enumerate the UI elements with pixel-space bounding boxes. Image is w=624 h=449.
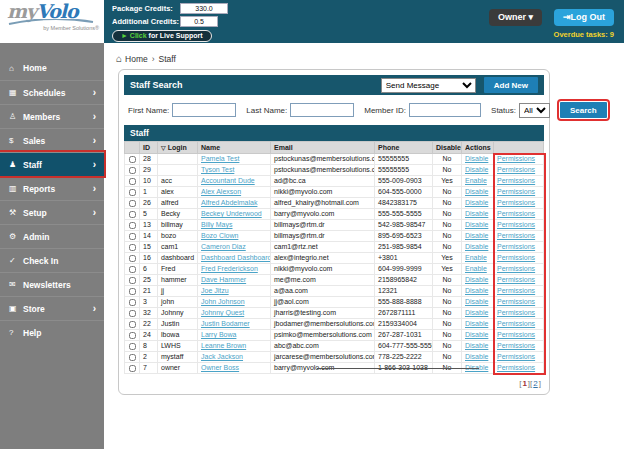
row-checkbox[interactable] — [129, 211, 136, 218]
disable-link[interactable]: Disable — [465, 287, 488, 294]
permissions-link[interactable]: Permissions — [497, 155, 535, 162]
permissions-link[interactable]: Permissions — [497, 309, 535, 316]
sidebar-item-sales[interactable]: $Sales› — [0, 128, 104, 152]
row-checkbox[interactable] — [129, 288, 136, 295]
permissions-link[interactable]: Permissions — [497, 210, 535, 217]
staff-name-link[interactable]: Owner Boss — [201, 364, 239, 371]
search-button[interactable]: Search — [560, 102, 607, 118]
disable-link[interactable]: Disable — [465, 331, 488, 338]
permissions-link[interactable]: Permissions — [497, 166, 535, 173]
sidebar-item-home[interactable]: ⌂Home — [0, 56, 104, 80]
permissions-link[interactable]: Permissions — [497, 177, 535, 184]
row-checkbox[interactable] — [129, 189, 136, 196]
disable-link[interactable]: Disable — [465, 210, 488, 217]
row-checkbox[interactable] — [129, 156, 136, 163]
staff-name-link[interactable]: Larry Bowa — [201, 331, 236, 338]
disable-link[interactable]: Disable — [465, 298, 488, 305]
live-support-button[interactable]: ► Click for Live Support — [112, 30, 212, 42]
row-checkbox[interactable] — [129, 222, 136, 229]
enable-link[interactable]: Enable — [465, 254, 487, 261]
permissions-link[interactable]: Permissions — [497, 265, 535, 272]
disable-link[interactable]: Disable — [465, 320, 488, 327]
staff-name-link[interactable]: Alfred Abdelmalak — [201, 199, 257, 206]
enable-link[interactable]: Enable — [465, 265, 487, 272]
row-checkbox[interactable] — [129, 365, 136, 372]
disable-link[interactable]: Disable — [465, 199, 488, 206]
user-menu-button[interactable]: Owner ▾ — [489, 9, 542, 26]
row-checkbox[interactable] — [129, 266, 136, 273]
permissions-link[interactable]: Permissions — [497, 276, 535, 283]
disable-link[interactable]: Disable — [465, 221, 488, 228]
row-checkbox[interactable] — [129, 244, 136, 251]
row-checkbox[interactable] — [129, 299, 136, 306]
staff-name-link[interactable]: Justin Bodamer — [201, 320, 250, 327]
sidebar-item-help[interactable]: ?Help — [0, 320, 104, 344]
sort-desc-icon[interactable]: ▽ — [161, 145, 166, 151]
staff-name-link[interactable]: Pamela Test — [201, 155, 239, 162]
permissions-link[interactable]: Permissions — [497, 199, 535, 206]
staff-name-link[interactable]: Jack Jackson — [201, 353, 243, 360]
column-header-disabled[interactable]: Disabled — [433, 142, 462, 154]
row-checkbox[interactable] — [129, 310, 136, 317]
row-checkbox[interactable] — [129, 233, 136, 240]
breadcrumb-home[interactable]: Home — [125, 54, 148, 64]
permissions-link[interactable]: Permissions — [497, 188, 535, 195]
row-checkbox[interactable] — [129, 277, 136, 284]
permissions-link[interactable]: Permissions — [497, 320, 535, 327]
staff-name-link[interactable]: John Johnson — [201, 298, 245, 305]
permissions-link[interactable]: Permissions — [497, 331, 535, 338]
disable-link[interactable]: Disable — [465, 309, 488, 316]
disable-link[interactable]: Disable — [465, 342, 488, 349]
row-checkbox[interactable] — [129, 321, 136, 328]
staff-name-link[interactable]: Beckey Underwood — [201, 210, 262, 217]
package-credits-input[interactable] — [180, 3, 228, 14]
sidebar-item-reports[interactable]: ▥Reports› — [0, 176, 104, 200]
row-checkbox[interactable] — [129, 332, 136, 339]
add-new-button[interactable]: Add New — [484, 77, 538, 93]
staff-name-link[interactable]: Joe Jitzu — [201, 287, 229, 294]
staff-name-link[interactable]: Leanne Brown — [201, 342, 246, 349]
staff-name-link[interactable]: Accountant Dude — [201, 177, 255, 184]
permissions-link[interactable]: Permissions — [497, 298, 535, 305]
sidebar-item-admin[interactable]: ⚙Admin — [0, 224, 104, 248]
staff-name-link[interactable]: Alex Alexson — [201, 188, 241, 195]
sidebar-item-setup[interactable]: ⚒Setup› — [0, 200, 104, 224]
column-header-id[interactable]: ID — [140, 142, 158, 154]
staff-name-link[interactable]: Fred Frederickson — [201, 265, 258, 272]
send-message-select[interactable]: Send Message — [381, 78, 476, 93]
row-checkbox[interactable] — [129, 178, 136, 185]
row-checkbox[interactable] — [129, 354, 136, 361]
staff-name-link[interactable]: Billy Mays — [201, 221, 233, 228]
disable-link[interactable]: Disable — [465, 364, 488, 371]
permissions-link[interactable]: Permissions — [497, 342, 535, 349]
column-header-email[interactable]: Email — [271, 142, 375, 154]
staff-name-link[interactable]: Dave Hammer — [201, 276, 246, 283]
sidebar-item-schedules[interactable]: ▦Schedules› — [0, 80, 104, 104]
column-header-name[interactable]: Name — [198, 142, 271, 154]
permissions-link[interactable]: Permissions — [497, 353, 535, 360]
permissions-link[interactable]: Permissions — [497, 364, 535, 371]
staff-name-link[interactable]: Bozo Clown — [201, 232, 238, 239]
row-checkbox[interactable] — [129, 200, 136, 207]
sidebar-item-newsletters[interactable]: ✉Newsletters — [0, 272, 104, 296]
disable-link[interactable]: Disable — [465, 276, 488, 283]
disable-link[interactable]: Disable — [465, 166, 488, 173]
first-name-input[interactable] — [172, 103, 236, 117]
column-header-actions[interactable]: Actions — [462, 142, 494, 154]
sidebar-item-checkin[interactable]: ✓Check In — [0, 248, 104, 272]
page-2-link[interactable]: 2 — [533, 379, 537, 388]
staff-name-link[interactable]: Dashboard Dashboard — [201, 254, 271, 261]
last-name-input[interactable] — [290, 103, 354, 117]
row-checkbox[interactable] — [129, 255, 136, 262]
disable-link[interactable]: Disable — [465, 155, 488, 162]
member-id-input[interactable] — [409, 103, 481, 117]
status-select[interactable]: All — [519, 103, 550, 118]
additional-credits-input[interactable] — [180, 16, 218, 27]
row-checkbox[interactable] — [129, 343, 136, 350]
column-header-login[interactable]: ▽Login — [158, 142, 198, 154]
disable-link[interactable]: Disable — [465, 353, 488, 360]
permissions-link[interactable]: Permissions — [497, 254, 535, 261]
column-header-phone[interactable]: Phone — [375, 142, 433, 154]
permissions-link[interactable]: Permissions — [497, 287, 535, 294]
disable-link[interactable]: Disable — [465, 188, 488, 195]
